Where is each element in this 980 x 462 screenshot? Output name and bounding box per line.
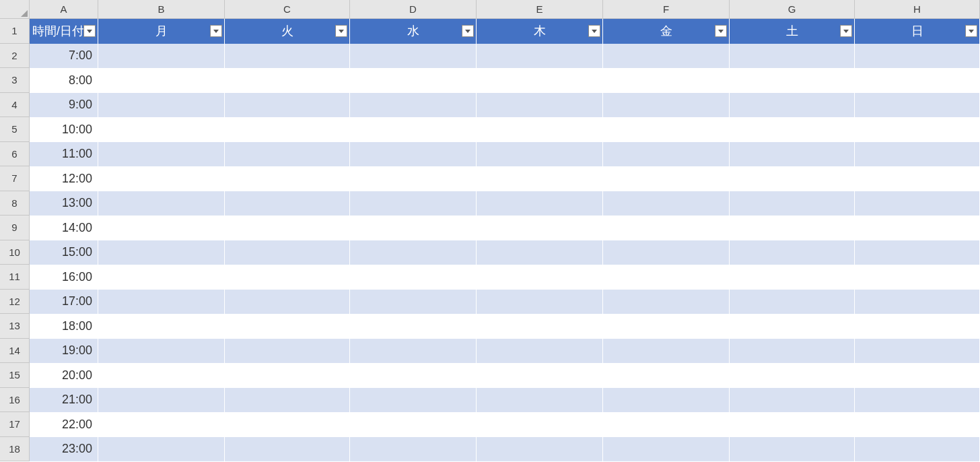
cell[interactable]	[225, 412, 350, 437]
time-cell[interactable]: 15:00	[30, 240, 98, 265]
cell[interactable]	[855, 339, 980, 364]
cell[interactable]	[730, 216, 855, 240]
cell[interactable]	[225, 339, 350, 364]
cell[interactable]	[350, 388, 477, 413]
time-cell[interactable]: 17:00	[30, 290, 98, 315]
cell[interactable]	[477, 93, 603, 118]
col-header-D[interactable]: D	[350, 0, 477, 19]
cell[interactable]	[603, 117, 730, 142]
row-header-16[interactable]: 16	[0, 388, 30, 413]
cell[interactable]	[730, 314, 855, 339]
cell[interactable]	[225, 117, 350, 142]
select-all-corner[interactable]	[0, 0, 30, 19]
cell[interactable]	[603, 191, 730, 216]
cell[interactable]	[603, 314, 730, 339]
cell[interactable]	[477, 44, 603, 69]
row-header-6[interactable]: 6	[0, 142, 30, 167]
row-header-7[interactable]: 7	[0, 166, 30, 191]
cell[interactable]	[98, 412, 225, 437]
th-wed[interactable]: 水	[350, 19, 477, 44]
row-header-3[interactable]: 3	[0, 68, 30, 93]
cell[interactable]	[225, 388, 350, 413]
row-header-12[interactable]: 12	[0, 290, 30, 315]
filter-dropdown-icon[interactable]	[588, 25, 600, 37]
cell[interactable]	[350, 265, 477, 290]
cell[interactable]	[98, 93, 225, 118]
cell[interactable]	[855, 93, 980, 118]
cell[interactable]	[477, 191, 603, 216]
cell[interactable]	[477, 240, 603, 265]
cell[interactable]	[225, 437, 350, 462]
cell[interactable]	[225, 290, 350, 315]
cell[interactable]	[730, 142, 855, 167]
cell[interactable]	[855, 142, 980, 167]
cell[interactable]	[225, 240, 350, 265]
cell[interactable]	[603, 290, 730, 315]
row-header-14[interactable]: 14	[0, 339, 30, 364]
cell[interactable]	[730, 191, 855, 216]
row-header-15[interactable]: 15	[0, 363, 30, 388]
filter-dropdown-icon[interactable]	[840, 25, 852, 37]
cell[interactable]	[98, 363, 225, 388]
row-header-17[interactable]: 17	[0, 412, 30, 437]
th-tue[interactable]: 火	[225, 19, 350, 44]
time-cell[interactable]: 13:00	[30, 191, 98, 216]
cell[interactable]	[730, 265, 855, 290]
time-cell[interactable]: 18:00	[30, 314, 98, 339]
cell[interactable]	[225, 44, 350, 69]
cell[interactable]	[225, 142, 350, 167]
cell[interactable]	[225, 216, 350, 240]
cell[interactable]	[477, 437, 603, 462]
time-cell[interactable]: 14:00	[30, 216, 98, 240]
cell[interactable]	[855, 240, 980, 265]
cell[interactable]	[98, 117, 225, 142]
cell[interactable]	[477, 290, 603, 315]
cell[interactable]	[603, 166, 730, 191]
cell[interactable]	[350, 314, 477, 339]
time-cell[interactable]: 19:00	[30, 339, 98, 364]
cell[interactable]	[350, 216, 477, 240]
cell[interactable]	[98, 166, 225, 191]
cell[interactable]	[855, 363, 980, 388]
cell[interactable]	[98, 265, 225, 290]
time-cell[interactable]: 23:00	[30, 437, 98, 462]
row-header-1[interactable]: 1	[0, 19, 30, 44]
cell[interactable]	[98, 44, 225, 69]
row-header-4[interactable]: 4	[0, 93, 30, 118]
cell[interactable]	[477, 117, 603, 142]
cell[interactable]	[603, 388, 730, 413]
cell[interactable]	[477, 265, 603, 290]
col-header-H[interactable]: H	[855, 0, 980, 19]
cell[interactable]	[225, 191, 350, 216]
cell[interactable]	[730, 93, 855, 118]
cell[interactable]	[730, 363, 855, 388]
cell[interactable]	[730, 68, 855, 93]
cell[interactable]	[477, 339, 603, 364]
time-cell[interactable]: 22:00	[30, 412, 98, 437]
filter-dropdown-icon[interactable]	[462, 25, 474, 37]
cell[interactable]	[225, 363, 350, 388]
cell[interactable]	[350, 290, 477, 315]
time-cell[interactable]: 12:00	[30, 166, 98, 191]
cell[interactable]	[98, 339, 225, 364]
row-header-18[interactable]: 18	[0, 437, 30, 462]
col-header-F[interactable]: F	[603, 0, 730, 19]
cell[interactable]	[350, 166, 477, 191]
cell[interactable]	[350, 117, 477, 142]
cell[interactable]	[225, 314, 350, 339]
cell[interactable]	[98, 216, 225, 240]
cell[interactable]	[603, 412, 730, 437]
time-cell[interactable]: 7:00	[30, 44, 98, 69]
cell[interactable]	[225, 265, 350, 290]
cell[interactable]	[730, 240, 855, 265]
time-cell[interactable]: 21:00	[30, 388, 98, 413]
row-header-10[interactable]: 10	[0, 240, 30, 265]
cell[interactable]	[730, 437, 855, 462]
cell[interactable]	[855, 412, 980, 437]
cell[interactable]	[98, 437, 225, 462]
filter-dropdown-icon[interactable]	[335, 25, 347, 37]
cell[interactable]	[730, 117, 855, 142]
cell[interactable]	[350, 93, 477, 118]
cell[interactable]	[98, 68, 225, 93]
cell[interactable]	[98, 191, 225, 216]
